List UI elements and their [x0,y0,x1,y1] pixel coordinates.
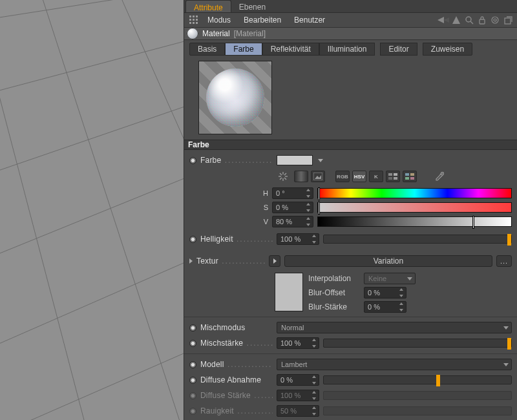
lock-icon[interactable] [476,14,489,26]
tab-ebenen[interactable]: Ebenen [231,0,273,12]
picture-icon[interactable] [311,171,325,182]
anim-dot-farbe[interactable] [189,157,196,164]
svg-line-32 [284,178,286,180]
disclosure-textur-icon[interactable] [189,258,193,264]
label-farbe: Farbe [200,156,273,165]
color-mode-strip: RGB HSV K [275,171,512,182]
svg-rect-41 [405,173,409,176]
tab-illumination[interactable]: Illumination [319,43,375,56]
new-window-icon[interactable] [501,14,514,26]
color-swatch[interactable] [277,155,313,165]
svg-marker-36 [315,175,321,179]
mode-k[interactable]: K [369,171,383,182]
svg-rect-16 [193,22,195,24]
attribute-menubar: Modus Bearbeiten Benutzer [184,13,517,27]
material-preview[interactable] [198,61,272,134]
svg-rect-14 [196,19,198,21]
mode-rgb[interactable]: RGB [335,171,350,182]
nav-up-icon[interactable] [450,14,463,26]
texture-preview[interactable] [275,273,303,311]
input-mischstaerke[interactable]: 100 % [277,337,319,349]
anim-dot-helligkeit[interactable] [189,236,196,243]
slider-helligkeit[interactable] [323,235,512,244]
svg-line-33 [284,173,286,175]
3d-viewport[interactable] [0,0,184,420]
svg-rect-23 [480,19,485,24]
label-helligkeit: Helligkeit [200,235,273,244]
textur-shader-button[interactable]: Variation [284,255,492,267]
nav-back-icon[interactable] [437,14,450,26]
input-sat[interactable]: 0 % [272,202,313,213]
input-helligkeit[interactable]: 100 % [277,233,319,245]
channel-tabs: Basis Farbe Reflektivität Illumination E… [184,40,517,56]
svg-rect-39 [388,177,392,180]
combo-interpolation: Keine [364,273,416,284]
preview-sphere-icon [206,68,264,127]
material-ball-icon [187,28,198,39]
target-icon[interactable] [489,14,501,26]
eyedropper-icon[interactable] [431,171,448,182]
svg-rect-15 [189,22,191,24]
anim-dot-mischmodus[interactable] [189,324,196,331]
menu-benutzer[interactable]: Benutzer [288,16,332,25]
svg-line-7 [0,258,184,349]
label-interpolation: Interpolation [308,274,360,283]
slider-val[interactable] [317,216,512,227]
anim-dot-modell[interactable] [189,361,196,368]
label-rauigkeit: Rauigkeit [200,406,273,415]
swatches2-icon[interactable] [403,171,417,182]
input-blur-offset[interactable]: 0 % [364,287,406,299]
svg-rect-37 [388,173,392,176]
anim-dot-diffuse-abnahme[interactable] [189,377,196,384]
color-dropdown-icon[interactable] [318,159,323,162]
svg-line-4 [0,39,184,94]
slider-mischstaerke[interactable] [323,339,512,348]
svg-point-25 [494,19,496,21]
menu-modus[interactable]: Modus [201,16,237,25]
tab-reflektivitaet[interactable]: Reflektivität [262,43,319,56]
label-modell: Modell [200,360,273,369]
svg-marker-19 [443,17,449,23]
slider-rauigkeit [323,406,512,415]
label-blur-staerke: Blur-Stärke [308,302,360,311]
anim-dot-mischstaerke[interactable] [189,340,196,347]
spectrum-icon[interactable] [294,171,308,182]
svg-rect-10 [193,16,195,17]
svg-line-2 [116,0,184,420]
svg-line-0 [0,0,84,420]
slider-sat[interactable] [317,202,512,213]
input-blur-staerke[interactable]: 0 % [364,301,406,313]
menu-bearbeiten[interactable]: Bearbeiten [237,16,288,25]
label-s: S [259,204,268,211]
swatches-icon[interactable] [386,171,400,182]
input-val[interactable]: 80 % [272,216,313,227]
tab-editor[interactable]: Editor [380,43,417,56]
label-v: V [259,218,268,226]
tab-zuweisen[interactable]: Zuweisen [423,43,472,56]
textur-menu-button[interactable] [269,255,280,267]
label-textur: Textur [196,257,265,266]
tab-farbe[interactable]: Farbe [225,43,262,56]
svg-rect-12 [189,19,191,21]
color-wheel-icon[interactable] [275,171,291,182]
input-hue[interactable]: 0 ° [272,187,313,199]
attribute-panel: Attribute Ebenen Modus Bearbeiten Benutz… [184,0,517,420]
svg-rect-9 [189,16,191,17]
slider-hue[interactable] [317,188,512,198]
slider-diffuse-abnahme[interactable] [323,375,512,384]
combo-modell[interactable]: Lambert [277,359,512,370]
svg-line-3 [0,0,184,19]
search-icon[interactable] [463,14,476,26]
svg-rect-17 [196,22,198,24]
mode-hsv[interactable]: HSV [352,171,366,182]
svg-rect-42 [410,173,414,176]
svg-line-1 [39,0,184,420]
tab-attribute[interactable]: Attribute [185,0,231,12]
grid-menu-icon[interactable] [187,13,201,27]
svg-marker-18 [438,17,444,23]
svg-rect-38 [394,173,397,176]
combo-mischmodus[interactable]: Normal [277,322,512,333]
textur-browse-button[interactable]: ... [496,255,512,267]
input-diffuse-abnahme[interactable]: 0 % [277,374,319,386]
tab-basis[interactable]: Basis [189,43,225,56]
